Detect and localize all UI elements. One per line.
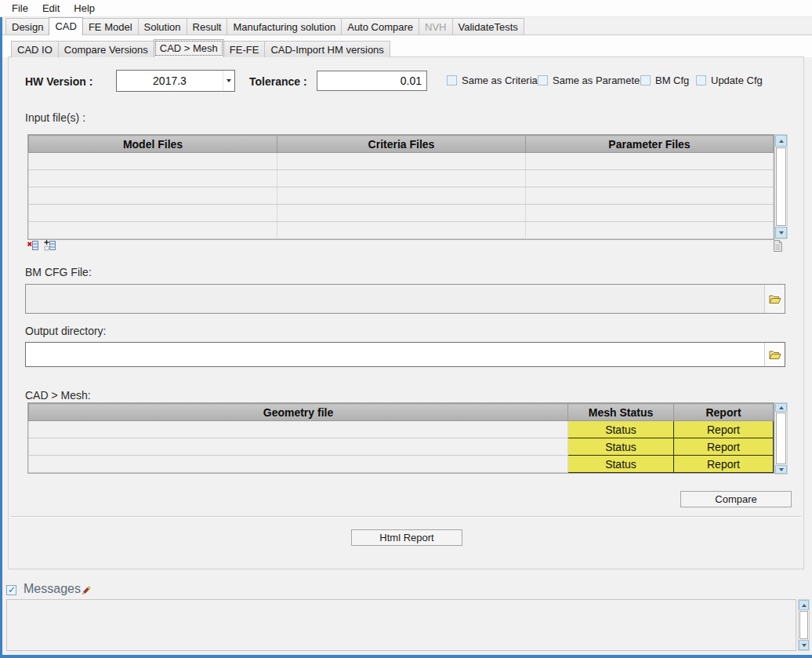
- delete-row-button[interactable]: [26, 238, 40, 253]
- hw-version-dropdown[interactable]: 2017.3: [116, 70, 235, 92]
- report-cell[interactable]: Report: [674, 456, 774, 473]
- subtab-fe-fe[interactable]: FE-FE: [223, 41, 266, 57]
- checkbox-label: Same as Criteria: [462, 75, 538, 86]
- cad-mesh-table[interactable]: Geometry file Mesh Status Report Status …: [27, 402, 774, 474]
- table-row[interactable]: Status Report: [29, 421, 774, 438]
- subtab-cad-io[interactable]: CAD IO: [11, 41, 59, 57]
- subtab-cad-mesh[interactable]: CAD > Mesh: [154, 39, 224, 57]
- document-icon: [773, 240, 783, 252]
- checkbox-label: Update Cfg: [711, 75, 763, 86]
- table-row[interactable]: [29, 170, 774, 187]
- tab-auto-compare[interactable]: Auto Compare: [341, 18, 419, 35]
- divider: [11, 516, 801, 518]
- scroll-down-icon[interactable]: [775, 227, 787, 238]
- checkbox-box[interactable]: [538, 75, 548, 85]
- checkbox-same-as-criteria[interactable]: Same as Criteria: [447, 75, 538, 86]
- table-row[interactable]: [29, 153, 774, 170]
- chevron-down-icon[interactable]: [223, 71, 234, 91]
- input-files-scrollbar[interactable]: [774, 134, 788, 239]
- column-header-report[interactable]: Report: [674, 404, 774, 421]
- add-row-button[interactable]: [43, 238, 57, 253]
- column-header-geometry-file[interactable]: Geometry file: [29, 404, 568, 421]
- geometry-file-cell: [29, 456, 568, 473]
- tab-design[interactable]: Design: [5, 18, 49, 35]
- input-files-table[interactable]: Model Files Criteria Files Parameter Fil…: [27, 134, 774, 240]
- subtab-compare-versions[interactable]: Compare Versions: [58, 41, 154, 57]
- column-header-parameter-files[interactable]: Parameter Files: [526, 136, 774, 153]
- tolerance-input[interactable]: [317, 71, 427, 91]
- window-border-left: [0, 17, 2, 658]
- menu-bar: File Edit Help: [0, 0, 812, 17]
- tab-manufacturing-solution[interactable]: Manufacturing solution: [227, 18, 342, 35]
- hw-version-label: HW Version :: [25, 75, 92, 88]
- messages-checkbox[interactable]: [6, 585, 16, 595]
- view-report-button[interactable]: [770, 238, 785, 253]
- checkbox-label: Same as Parameter: [553, 75, 643, 86]
- scroll-down-icon[interactable]: [775, 465, 787, 474]
- report-cell[interactable]: Report: [674, 421, 774, 438]
- input-files-label: Input file(s) :: [25, 111, 85, 124]
- checkbox-same-as-parameter[interactable]: Same as Parameter: [538, 75, 643, 86]
- scrollbar-thumb[interactable]: [799, 611, 808, 639]
- geometry-file-cell: [29, 421, 568, 438]
- messages-output[interactable]: [6, 599, 796, 651]
- tab-solution[interactable]: Solution: [138, 18, 187, 35]
- tab-validatetests[interactable]: ValidateTests: [452, 18, 524, 35]
- tolerance-label: Tolerance :: [249, 75, 307, 88]
- scroll-up-icon[interactable]: [775, 403, 787, 412]
- tab-cad[interactable]: CAD: [49, 17, 82, 35]
- delete-row-icon: [27, 239, 39, 252]
- subtab-cad-import-hm-versions[interactable]: CAD-Import HM versions: [264, 41, 390, 57]
- table-row[interactable]: [29, 187, 774, 205]
- cad-mesh-scrollbar[interactable]: [774, 402, 788, 474]
- bm-cfg-input[interactable]: [26, 285, 764, 313]
- checkbox-bm-cfg[interactable]: BM Cfg: [640, 75, 689, 86]
- edit-messages-button[interactable]: [78, 583, 92, 598]
- menu-help[interactable]: Help: [67, 1, 102, 16]
- cad-mesh-label: CAD > Mesh:: [25, 389, 91, 402]
- bm-cfg-label: BM CFG File:: [25, 266, 92, 278]
- bm-cfg-browse-button[interactable]: [764, 285, 785, 313]
- table-row[interactable]: [29, 205, 774, 222]
- mesh-status-cell[interactable]: Status: [568, 456, 674, 473]
- column-header-criteria-files[interactable]: Criteria Files: [277, 136, 526, 153]
- scroll-up-icon[interactable]: [775, 135, 787, 147]
- checkbox-box[interactable]: [447, 75, 457, 85]
- checkbox-label: BM Cfg: [655, 75, 689, 86]
- messages-scrollbar[interactable]: [798, 599, 810, 651]
- scrollbar-thumb[interactable]: [776, 147, 786, 226]
- scroll-down-icon[interactable]: [799, 640, 809, 650]
- application-window: File Edit Help Design CAD FE Model Solut…: [0, 0, 812, 658]
- mesh-status-cell[interactable]: Status: [568, 421, 674, 438]
- tab-nvh: NVH: [419, 18, 452, 35]
- table-row[interactable]: [29, 222, 774, 239]
- messages-toggle[interactable]: [6, 585, 21, 595]
- menu-file[interactable]: File: [5, 1, 35, 16]
- tab-result[interactable]: Result: [187, 18, 228, 35]
- output-directory-browse-button[interactable]: [764, 343, 785, 366]
- hw-version-value: 2017.3: [117, 75, 223, 87]
- checkbox-update-cfg[interactable]: Update Cfg: [696, 75, 763, 86]
- checkbox-box[interactable]: [696, 75, 706, 85]
- geometry-file-cell: [29, 438, 568, 456]
- report-cell[interactable]: Report: [674, 438, 774, 456]
- html-report-button[interactable]: Html Report: [351, 529, 462, 546]
- main-tab-bar: Design CAD FE Model Solution Result Manu…: [2, 17, 812, 35]
- column-header-mesh-status[interactable]: Mesh Status: [568, 404, 674, 421]
- window-border-bottom: [0, 655, 812, 658]
- scrollbar-thumb[interactable]: [776, 413, 786, 464]
- menu-edit[interactable]: Edit: [35, 1, 67, 16]
- add-row-icon: [44, 239, 56, 252]
- pencil-icon: [80, 585, 92, 597]
- table-row[interactable]: Status Report: [29, 438, 774, 456]
- mesh-status-cell[interactable]: Status: [568, 438, 674, 456]
- tab-fe-model[interactable]: FE Model: [82, 18, 139, 35]
- output-directory-input[interactable]: [26, 343, 764, 366]
- compare-button[interactable]: Compare: [680, 491, 792, 507]
- checkbox-box[interactable]: [640, 75, 651, 85]
- cad-sub-tab-bar: CAD IO Compare Versions CAD > Mesh FE-FE…: [11, 40, 390, 57]
- folder-open-icon: [769, 350, 781, 360]
- scroll-up-icon[interactable]: [799, 600, 809, 610]
- table-row[interactable]: Status Report: [29, 456, 774, 473]
- column-header-model-files[interactable]: Model Files: [29, 136, 277, 153]
